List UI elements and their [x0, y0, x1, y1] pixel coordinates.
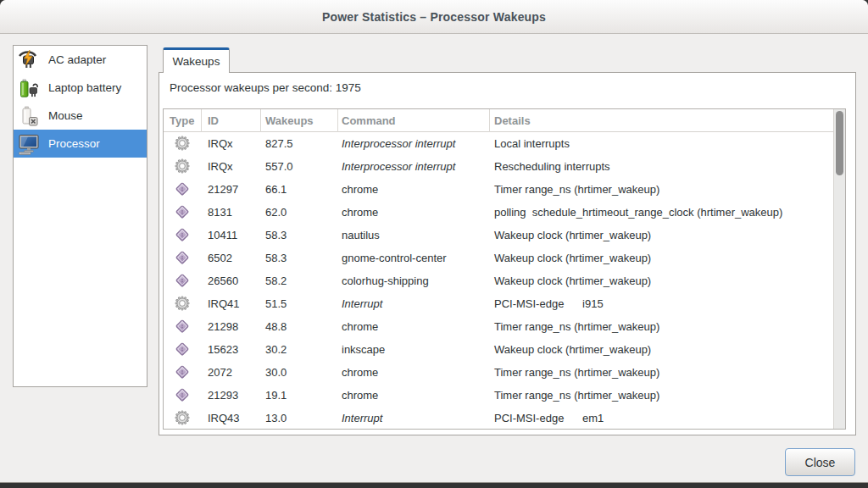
table-row[interactable]: 15623 30.2 inkscape Wakeup clock (hrtime…: [164, 338, 845, 361]
cell-wakeups: 62.0: [265, 201, 287, 224]
vertical-scrollbar[interactable]: [833, 109, 845, 429]
cell-details: Wakeup clock (hrtimer_wakeup): [494, 247, 651, 269]
table-row[interactable]: 2072 30.0 chrome Timer range_ns (hrtimer…: [164, 361, 845, 384]
cell-command: Interrupt: [342, 292, 382, 315]
cell-details: PCI-MSI-edge i915: [494, 292, 604, 315]
cell-command: chrome: [342, 361, 378, 384]
cell-details: Local interrupts: [494, 132, 570, 155]
cell-id: 15623: [208, 338, 238, 361]
diamond-icon: [174, 319, 191, 334]
diamond-icon: [174, 250, 191, 265]
table-row[interactable]: IRQx 557.0 Interprocessor interrupt Resc…: [164, 155, 845, 178]
titlebar[interactable]: Power Statistics – Processor Wakeups: [0, 0, 868, 34]
cell-details: Timer range_ns (hrtimer_wakeup): [494, 315, 659, 338]
header-separator: [489, 109, 490, 132]
diamond-icon: [174, 204, 191, 219]
table-row[interactable]: 8131 62.0 chrome polling schedule_hrtime…: [164, 201, 845, 224]
wakeups-summary-text: Processor wakeups per second: 1975: [170, 81, 361, 94]
cell-details: Wakeup clock (hrtimer_wakeup): [494, 224, 651, 247]
cell-details: Wakeup clock (hrtimer_wakeup): [494, 269, 651, 292]
wakeups-table: Type ID Wakeups Command Details IRQx 827…: [163, 108, 846, 430]
cell-id: 10411: [208, 224, 237, 247]
header-cell-details[interactable]: Details: [494, 109, 531, 132]
cell-wakeups: 58.3: [265, 224, 287, 247]
cell-command: chrome: [342, 178, 378, 201]
cell-command: Interprocessor interrupt: [342, 155, 455, 178]
cell-wakeups: 30.2: [265, 338, 287, 361]
cell-details: Rescheduling interrupts: [494, 155, 610, 178]
cell-command: chrome: [342, 384, 378, 407]
cell-id: 8131: [208, 201, 232, 224]
header-separator: [260, 109, 261, 132]
diamond-icon: [174, 227, 191, 242]
cell-wakeups: 51.5: [265, 292, 287, 315]
table-row[interactable]: 21293 19.1 chrome Timer range_ns (hrtime…: [164, 384, 845, 407]
table-row[interactable]: IRQ41 51.5 Interrupt PCI-MSI-edge i915: [164, 292, 845, 315]
table-row[interactable]: IRQ43 13.0 Interrupt PCI-MSI-edge em1: [164, 407, 845, 430]
diamond-icon: [174, 181, 191, 197]
mouse-battery-icon: [18, 105, 40, 127]
cell-id: IRQ43: [208, 407, 240, 430]
cell-id: 6502: [208, 247, 232, 269]
cell-details: Timer range_ns (hrtimer_wakeup): [494, 178, 659, 201]
cell-id: IRQx: [208, 155, 233, 178]
device-sidebar: AC adapter Laptop battery Mouse Processo…: [13, 45, 147, 387]
cell-command: Interrupt: [342, 407, 382, 430]
tab-wakeups-label: Wakeups: [173, 55, 220, 68]
cell-wakeups: 19.1: [265, 384, 287, 407]
close-button[interactable]: Close: [785, 448, 855, 476]
table-row[interactable]: 10411 58.3 nautilus Wakeup clock (hrtime…: [164, 224, 845, 247]
table-row[interactable]: 21297 66.1 chrome Timer range_ns (hrtime…: [164, 178, 845, 201]
cell-id: IRQx: [208, 132, 233, 155]
cell-command: chrome: [342, 315, 378, 338]
sidebar-item-ac-adapter[interactable]: AC adapter: [14, 46, 147, 74]
sidebar-item-laptop-battery[interactable]: Laptop battery: [14, 74, 147, 102]
table-row[interactable]: 6502 58.3 gnome-control-center Wakeup cl…: [164, 247, 845, 269]
header-cell-command[interactable]: Command: [342, 109, 396, 132]
header-cell-id[interactable]: ID: [208, 109, 219, 132]
header-separator: [201, 109, 202, 132]
cell-wakeups: 58.3: [265, 247, 287, 269]
cell-command: nautilus: [342, 224, 380, 247]
cell-details: PCI-MSI-edge em1: [494, 407, 604, 430]
table-row[interactable]: 21298 48.8 chrome Timer range_ns (hrtime…: [164, 315, 845, 338]
cell-id: 21298: [208, 315, 238, 338]
cell-command: Interprocessor interrupt: [342, 132, 455, 155]
cell-details: Wakeup clock (hrtimer_wakeup): [494, 338, 651, 361]
header-cell-wakeups[interactable]: Wakeups: [265, 109, 314, 132]
cell-wakeups: 66.1: [265, 178, 287, 201]
gear-icon: [174, 410, 191, 425]
gear-icon: [174, 296, 191, 311]
header-cell-type[interactable]: Type: [170, 109, 194, 132]
sidebar-item-label: Laptop battery: [48, 81, 121, 94]
power-statistics-window: Power Statistics – Processor Wakeups AC …: [0, 0, 868, 483]
cell-command: chrome: [342, 201, 378, 224]
cell-id: 26560: [208, 269, 238, 292]
table-row[interactable]: 26560 58.2 colorhug-shipping Wakeup cloc…: [164, 269, 845, 292]
sidebar-item-label: AC adapter: [48, 53, 106, 66]
cell-wakeups: 13.0: [265, 407, 287, 430]
cell-wakeups: 48.8: [265, 315, 287, 338]
sidebar-item-mouse[interactable]: Mouse: [14, 102, 147, 130]
table-header-row: Type ID Wakeups Command Details: [164, 109, 845, 132]
sidebar-item-label: Processor: [48, 137, 100, 150]
cell-details: polling schedule_hrtimeout_range_clock (…: [494, 201, 782, 224]
cell-id: 21293: [208, 384, 238, 407]
cell-details: Timer range_ns (hrtimer_wakeup): [494, 361, 659, 384]
cell-command: inkscape: [342, 338, 385, 361]
cell-wakeups: 557.0: [265, 155, 293, 178]
laptop-battery-icon: [18, 77, 40, 99]
sidebar-item-processor[interactable]: Processor: [14, 130, 147, 158]
cell-wakeups: 30.0: [265, 361, 287, 384]
gear-icon: [174, 158, 191, 174]
gear-icon: [174, 136, 191, 151]
diamond-icon: [174, 273, 191, 288]
table-row[interactable]: IRQx 827.5 Interprocessor interrupt Loca…: [164, 132, 845, 155]
desktop-background-strip: [0, 483, 868, 488]
processor-icon: [18, 133, 40, 155]
tab-wakeups[interactable]: Wakeups: [163, 47, 230, 73]
scrollbar-thumb[interactable]: [836, 111, 843, 175]
diamond-icon: [174, 364, 191, 380]
cell-details: Timer range_ns (hrtimer_wakeup): [494, 384, 659, 407]
diamond-icon: [174, 341, 191, 357]
